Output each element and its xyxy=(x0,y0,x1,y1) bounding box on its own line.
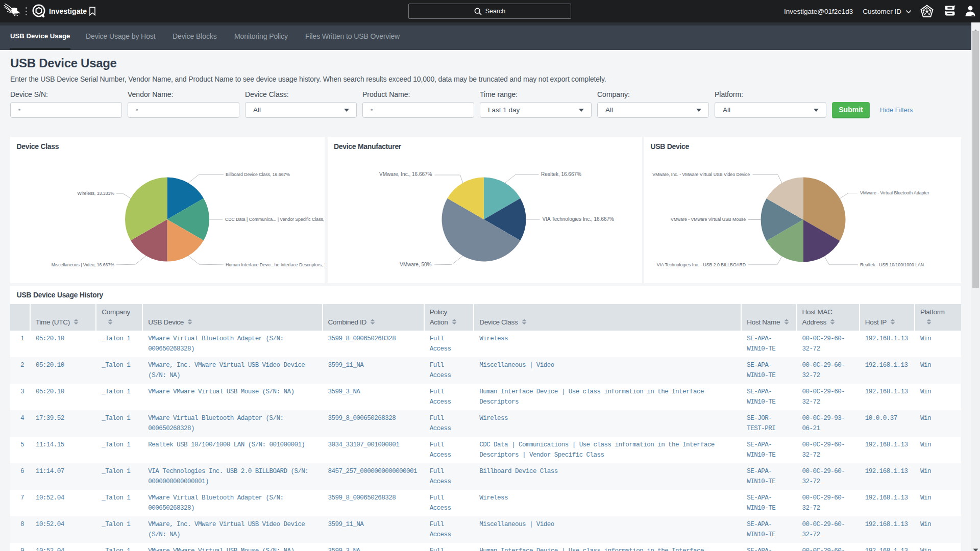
svg-text:Wireless, 33.333%: Wireless, 33.333% xyxy=(78,191,115,196)
svg-text:Miscellaneous | Video, 16.667%: Miscellaneous | Video, 16.667% xyxy=(52,262,115,267)
svg-text:Realtek, 16.667%: Realtek, 16.667% xyxy=(541,171,581,177)
svg-text:VMware - VMware Virtual USB Mo: VMware - VMware Virtual USB Mouse xyxy=(671,217,746,222)
svg-text:Billboard Device Class, 16.667: Billboard Device Class, 16.667% xyxy=(226,172,290,177)
svg-text:CDC Data | Communica... | Vend: CDC Data | Communica... | Vendor Specifi… xyxy=(225,217,325,222)
svg-text:VMware, Inc. - VMware Virtual: VMware, Inc. - VMware Virtual USB Video … xyxy=(652,172,750,177)
svg-text:Realtek - USB 10/100/1000 LAN: Realtek - USB 10/100/1000 LAN xyxy=(860,262,924,267)
svg-text:Human Interface Devic...he Int: Human Interface Devic...he Interface Des… xyxy=(226,262,325,267)
svg-text:VIA Technologies Inc., 16.667%: VIA Technologies Inc., 16.667% xyxy=(542,216,614,222)
svg-text:VMware - Virtual Bluetooth Ada: VMware - Virtual Bluetooth Adapter xyxy=(860,190,929,195)
svg-text:VIA Technologies Inc. - USB 2.: VIA Technologies Inc. - USB 2.0 BILLBOAR… xyxy=(657,262,746,267)
svg-text:VMware, 50%: VMware, 50% xyxy=(400,262,431,267)
svg-text:VMware, Inc., 16.667%: VMware, Inc., 16.667% xyxy=(379,171,432,177)
